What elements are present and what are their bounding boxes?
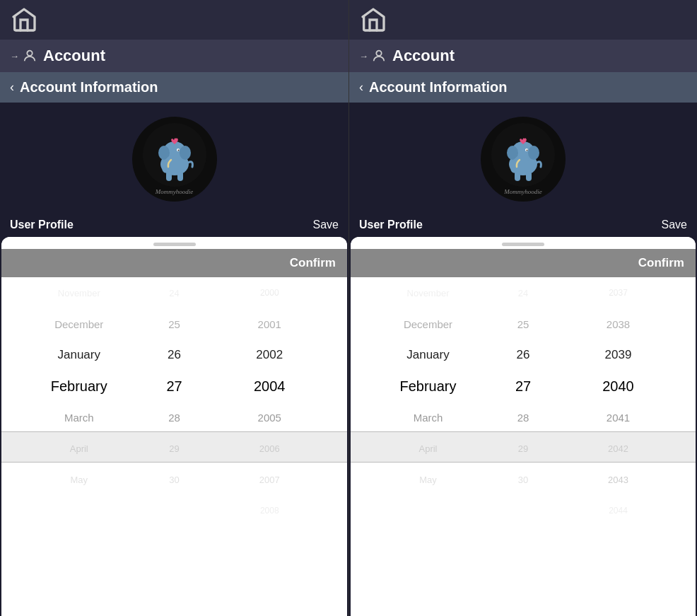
back-header-left[interactable]: ‹ Account Information xyxy=(0,72,348,103)
back-header-right[interactable]: ‹ Account Information xyxy=(349,72,697,103)
user-profile-bar-left: User Profile Save xyxy=(0,213,348,237)
back-chevron-left: ‹ xyxy=(10,80,14,95)
picker-year-item[interactable]: 2043 xyxy=(541,464,696,495)
back-title-left: Account Information xyxy=(20,79,158,95)
picker-day-column-left[interactable]: 24 25 26 27 28 29 30 xyxy=(157,277,192,616)
picker-month-item[interactable]: January xyxy=(1,339,157,371)
picker-year-item[interactable]: 2008 xyxy=(192,495,348,526)
picker-month-item[interactable]: May xyxy=(1,464,157,495)
home-button-right[interactable] xyxy=(359,6,387,34)
picker-year-item[interactable]: 2042 xyxy=(541,433,696,464)
picker-year-column-right[interactable]: 2037 2038 2039 2040 2041 2042 2043 2044 xyxy=(541,277,696,616)
picker-month-item[interactable]: March xyxy=(1,402,157,433)
picker-day-item[interactable]: 25 xyxy=(505,308,541,339)
account-title-left: Account xyxy=(43,47,105,65)
logo-circle-left: Mommyhoodie xyxy=(132,117,217,202)
picker-month-item[interactable]: December xyxy=(1,308,157,339)
picker-year-item[interactable]: 2000 xyxy=(192,277,348,308)
picker-handle-bar-left xyxy=(1,237,347,249)
logo-area-right: Mommyhoodie xyxy=(349,103,697,213)
picker-year-fade-bottom-right xyxy=(541,554,696,616)
picker-day-item[interactable]: 26 xyxy=(505,339,541,371)
picker-month-column-right[interactable]: November December January February March… xyxy=(351,277,505,616)
picker-year-items-left: 2000 2001 2002 2004 2005 2006 2007 2008 xyxy=(192,277,348,526)
picker-handle-right xyxy=(502,243,544,246)
user-profile-label-right: User Profile xyxy=(359,219,423,231)
confirm-button-right[interactable]: Confirm xyxy=(638,256,684,270)
picker-month-item[interactable]: April xyxy=(351,433,505,464)
picker-day-item[interactable]: 30 xyxy=(157,464,192,495)
picker-day-item[interactable]: 26 xyxy=(157,339,192,371)
picker-day-item[interactable]: 30 xyxy=(505,464,541,495)
svg-rect-18 xyxy=(515,171,520,181)
picker-month-selected[interactable]: February xyxy=(351,371,505,402)
picker-month-item[interactable]: January xyxy=(351,339,505,371)
picker-day-selected[interactable]: 27 xyxy=(157,371,192,402)
save-button-right[interactable]: Save xyxy=(662,219,687,231)
home-icon-left xyxy=(10,6,38,34)
svg-point-10 xyxy=(376,51,381,56)
picker-month-column-left[interactable]: November December January February March… xyxy=(1,277,157,616)
svg-point-5 xyxy=(180,146,191,160)
picker-handle-left xyxy=(153,243,196,246)
save-button-left[interactable]: Save xyxy=(313,219,339,231)
picker-month-items-left: November December January February March… xyxy=(1,277,157,495)
svg-rect-9 xyxy=(177,171,183,181)
confirm-button-left[interactable]: Confirm xyxy=(290,256,336,270)
picker-scroll-right[interactable]: November December January February March… xyxy=(351,277,696,616)
user-profile-label-left: User Profile xyxy=(10,219,74,231)
elephant-svg-right xyxy=(491,123,555,187)
picker-year-fade-bottom-left xyxy=(192,554,348,616)
account-header-right: → Account xyxy=(349,40,697,72)
picker-year-selected[interactable]: 2040 xyxy=(541,371,696,402)
picker-year-selected[interactable]: 2004 xyxy=(192,371,348,402)
svg-rect-8 xyxy=(166,171,172,181)
picker-day-items-left: 24 25 26 27 28 29 30 xyxy=(157,277,192,495)
picker-handle-bar-right xyxy=(351,237,696,249)
picker-month-item[interactable]: April xyxy=(1,433,157,464)
picker-month-fade-bottom-left xyxy=(1,554,157,616)
picker-year-item[interactable]: 2039 xyxy=(541,339,696,371)
picker-year-column-left[interactable]: 2000 2001 2002 2004 2005 2006 2007 2008 xyxy=(192,277,348,616)
picker-day-column-right[interactable]: 24 25 26 27 28 29 30 xyxy=(505,277,541,616)
picker-day-item[interactable]: 25 xyxy=(157,308,192,339)
svg-point-17 xyxy=(527,150,528,151)
picker-day-item[interactable]: 24 xyxy=(505,277,541,308)
picker-month-selected[interactable]: February xyxy=(1,371,157,402)
picker-day-items-right: 24 25 26 27 28 29 30 xyxy=(505,277,541,495)
picker-toolbar-right: Confirm xyxy=(351,249,696,277)
picker-year-item[interactable]: 2002 xyxy=(192,339,348,371)
picker-month-item[interactable]: May xyxy=(351,464,505,495)
picker-day-fade-bottom-left xyxy=(157,554,192,616)
nav-bar-right xyxy=(349,0,697,40)
picker-scroll-left[interactable]: November December January February March… xyxy=(1,277,347,616)
account-icon-right: → xyxy=(359,48,387,64)
picker-month-item[interactable]: November xyxy=(351,277,505,308)
picker-day-item[interactable]: 24 xyxy=(157,277,192,308)
picker-year-item[interactable]: 2038 xyxy=(541,308,696,339)
picker-day-selected[interactable]: 27 xyxy=(505,371,541,402)
right-panel: → Account ‹ Account Information xyxy=(348,0,697,616)
picker-year-item[interactable]: 2044 xyxy=(541,495,696,526)
picker-day-item[interactable]: 29 xyxy=(157,433,192,464)
logo-text-left: Mommyhoodie xyxy=(156,188,194,195)
picker-year-item[interactable]: 2006 xyxy=(192,433,348,464)
elephant-svg-left xyxy=(143,123,206,187)
logo-circle-right: Mommyhoodie xyxy=(481,117,566,202)
picker-year-item[interactable]: 2005 xyxy=(192,402,348,433)
picker-year-item[interactable]: 2001 xyxy=(192,308,348,339)
picker-year-item[interactable]: 2007 xyxy=(192,464,348,495)
picker-year-item[interactable]: 2037 xyxy=(541,277,696,308)
nav-bar-left xyxy=(0,0,348,40)
home-button-left[interactable] xyxy=(10,6,38,34)
picker-year-item[interactable]: 2041 xyxy=(541,402,696,433)
picker-day-item[interactable]: 29 xyxy=(505,433,541,464)
picker-day-item[interactable]: 28 xyxy=(157,402,192,433)
back-chevron-right: ‹ xyxy=(359,80,363,95)
svg-point-0 xyxy=(27,51,32,56)
picker-day-item[interactable]: 28 xyxy=(505,402,541,433)
picker-month-item[interactable]: November xyxy=(1,277,157,308)
picker-day-fade-bottom-right xyxy=(505,554,541,616)
picker-month-item[interactable]: December xyxy=(351,308,505,339)
picker-month-item[interactable]: March xyxy=(351,402,505,433)
